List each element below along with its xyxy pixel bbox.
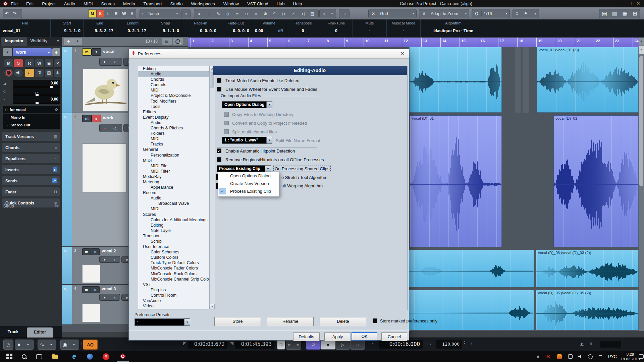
tree-item-editors[interactable]: Editors	[138, 109, 209, 115]
play-order-tool-icon[interactable]: ▷	[279, 11, 289, 16]
section-fader[interactable]: Fader⊟	[2, 187, 60, 196]
track-monitor-icon[interactable]: ◁	[110, 60, 120, 64]
tree-item-track-type-default-colors[interactable]: Track Type Default Colors	[138, 260, 209, 265]
track-image-empty[interactable]	[82, 264, 100, 283]
track-monitor-icon[interactable]: ◁	[110, 296, 120, 299]
dropdown-arrow-icon[interactable]: ▼	[266, 137, 272, 143]
setup-toolbar-icon[interactable]: ⊞	[633, 10, 637, 17]
tree-item-folders[interactable]: Folders	[138, 131, 209, 136]
checkbox-hitpoint-detection[interactable]: ✓	[217, 148, 221, 153]
info-value[interactable]: élastique Pro - Time	[421, 28, 486, 33]
info-value[interactable]: -	[353, 28, 386, 33]
tree-item-audio[interactable]: Audio	[138, 71, 209, 77]
menu-scores[interactable]: Scores	[101, 1, 115, 6]
section-sends[interactable]: Sends↗	[2, 176, 60, 185]
track-solo-button[interactable]: s	[92, 48, 101, 56]
track-name[interactable]: vocal	[103, 49, 115, 54]
store-button[interactable]: Store	[214, 317, 261, 326]
tree-item-custom-colors[interactable]: Custom Colors	[138, 255, 209, 260]
tree-item-tracks[interactable]: Tracks	[138, 141, 209, 147]
process-shared-clips-dropdown[interactable]: Process Existing Clip▼	[217, 165, 271, 172]
preset-dropdown[interactable]: -▼	[135, 318, 190, 326]
tree-item-user-interface[interactable]: User Interface	[138, 244, 209, 249]
browser-icon[interactable]	[85, 351, 95, 362]
split-tool-icon[interactable]: ✂	[232, 11, 242, 16]
edit-channel-button[interactable]: e	[52, 48, 60, 56]
record-mode-dropdown[interactable]: ●▼	[15, 340, 34, 350]
tree-item-tools[interactable]: Tools	[138, 104, 209, 109]
line-tool-icon[interactable]: ∕	[289, 11, 298, 16]
no-variaudio-icon[interactable]: ✕	[54, 59, 61, 68]
lock-icon[interactable]: ⚿	[35, 68, 44, 77]
track-monitor-icon[interactable]: ◁	[110, 126, 120, 130]
track-fold-button[interactable]: ▼	[3, 48, 12, 56]
snap-dropdown-icon[interactable]: ▼	[410, 12, 416, 15]
info-value[interactable]: 0	[320, 28, 353, 33]
right-locator-time[interactable]: 0:01:45.393	[235, 340, 274, 349]
defaults-button[interactable]: Defaults	[293, 333, 320, 341]
audio-event-selected[interactable]: vocal (D)_01	[553, 115, 639, 247]
section-equalizers[interactable]: Equalizers~	[2, 154, 60, 163]
tree-item-midi[interactable]: MIDI	[138, 158, 209, 163]
split-name-format-dropdown[interactable]: 1 : "audio_L.wav"▼	[222, 137, 272, 144]
track-mute-button[interactable]: m	[82, 286, 91, 293]
section-chords[interactable]: Chords≡	[2, 143, 60, 152]
tree-item-variaudio[interactable]: VariAudio	[138, 298, 209, 303]
ruler-options-icon[interactable]: ▼	[639, 38, 644, 46]
menu-audio[interactable]: Audio	[64, 1, 75, 6]
dropdown-arrow-icon[interactable]: ▼	[184, 319, 190, 325]
track-solo-button[interactable]: s	[92, 115, 101, 122]
tree-item-personalization[interactable]: Personalization	[138, 153, 209, 158]
track-name[interactable]: vocal 2	[102, 249, 116, 253]
metronome-icon[interactable]: ◭	[580, 341, 584, 346]
glue-tool-icon[interactable]: ∪	[242, 11, 251, 16]
info-value[interactable]: 9. 1. 1. 0	[149, 28, 182, 33]
state-l-button[interactable]: L	[104, 10, 112, 17]
task-view-icon[interactable]	[34, 351, 44, 362]
quantize-panel-icon[interactable]: e	[534, 11, 536, 16]
yandex-browser-icon[interactable]: Y	[101, 351, 111, 362]
dropdown-arrow-icon[interactable]: ▼	[265, 166, 271, 172]
tree-item-note-layer[interactable]: Note Layer	[138, 228, 209, 233]
erase-tool-icon[interactable]: ◇	[223, 11, 232, 16]
track-image-bird[interactable]	[83, 69, 128, 111]
zoom-handle-icon[interactable]: ∕	[639, 46, 644, 54]
checkbox-treat-muted[interactable]	[217, 78, 221, 83]
tree-item-metering[interactable]: Metering	[138, 179, 209, 185]
state-m-button[interactable]: M	[89, 10, 97, 17]
solo-button[interactable]: S	[14, 59, 23, 68]
tree-item-plug-ins[interactable]: Plug-ins	[138, 287, 209, 293]
info-value[interactable]: 0	[286, 28, 320, 33]
track-preset-row[interactable]: ◇ for vocal ⟳	[3, 106, 60, 114]
track-monitor-icon[interactable]: ◁	[110, 258, 120, 261]
track-solo-button[interactable]: s	[91, 286, 100, 293]
browser-edge-icon[interactable]: e	[69, 351, 79, 362]
info-value[interactable]: 0.00dB	[252, 28, 286, 33]
sync-button[interactable]: ◷	[3, 340, 13, 350]
track-image-empty[interactable]	[82, 304, 100, 322]
clock[interactable]: 8:28 18.02.2019	[620, 351, 641, 362]
comp-tool-icon[interactable]: ▤	[308, 11, 317, 16]
audiowarp-flag-icon[interactable]: ⚑	[524, 11, 527, 16]
gauge-tray-icon[interactable]	[586, 351, 594, 362]
info-value[interactable]: 0. 2. 1. 17	[116, 28, 149, 33]
tree-item-general[interactable]: General	[138, 147, 209, 152]
menu-media[interactable]: Media	[123, 1, 135, 6]
grid-type-value[interactable]: Adapt to Zoom	[429, 11, 460, 16]
track-record-icon[interactable]: ●	[100, 60, 110, 64]
section-track-versions[interactable]: Track Versions▥	[2, 132, 60, 141]
info-value[interactable]: 9. 3. 2. 17	[84, 28, 116, 33]
timebase-musical-icon[interactable]: ♩	[25, 68, 34, 77]
tree-item-color-schemes[interactable]: Color Schemes	[138, 249, 209, 255]
left-locator-time[interactable]: 0:00:03.672	[188, 340, 227, 349]
tray-chevron-icon[interactable]: ∧	[534, 351, 542, 362]
add-track-button[interactable]: +	[64, 38, 73, 45]
state-w-button[interactable]: W	[120, 10, 128, 17]
menu-studio[interactable]: Studio	[170, 1, 183, 6]
timeline-ruler[interactable]: 123456789101112131415161718192021222324	[188, 38, 639, 47]
setup-row[interactable]: Setup ⚙	[3, 204, 59, 208]
tree-item-broadcast-wave[interactable]: Broadcast Wave	[138, 201, 209, 206]
file-explorer-icon[interactable]	[50, 351, 60, 362]
clock-icon[interactable]: ◔	[371, 341, 374, 346]
vertical-scrollbar[interactable]: ▼ ∕	[639, 38, 644, 331]
